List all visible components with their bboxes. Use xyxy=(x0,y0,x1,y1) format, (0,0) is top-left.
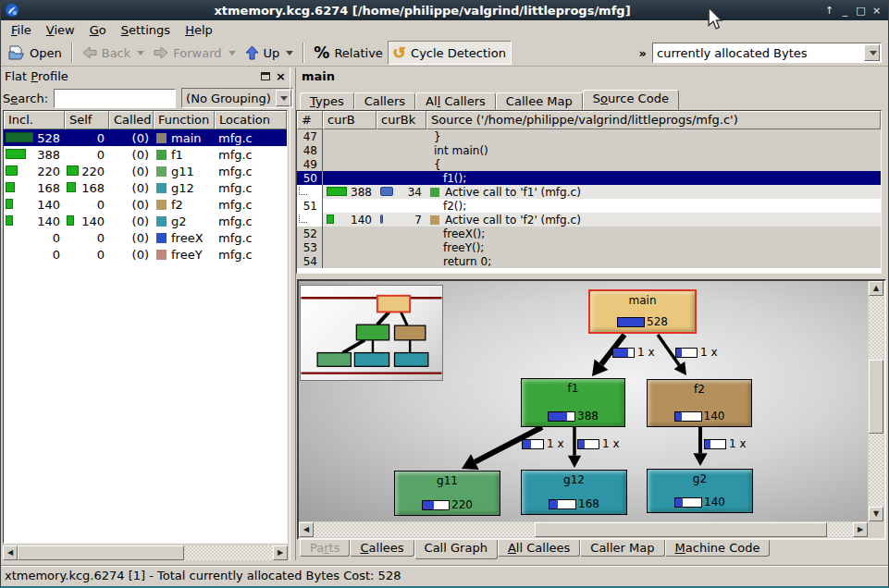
graph-node-f2[interactable]: f2140 xyxy=(647,379,752,427)
scrollbar-thumb[interactable] xyxy=(869,360,883,434)
column-header-function[interactable]: Function xyxy=(154,111,215,129)
close-button[interactable]: × xyxy=(869,3,884,18)
keep-above-button[interactable]: ↑ xyxy=(821,3,837,18)
search-input[interactable] xyxy=(54,89,176,108)
event-type-combo[interactable]: currently allocated Bytes xyxy=(652,43,882,63)
panel-splitter[interactable] xyxy=(290,67,296,560)
source-column-header[interactable]: # xyxy=(297,111,323,129)
graph-hscrollbar[interactable]: ◀ ▶ xyxy=(299,521,868,538)
source-row-47[interactable]: 47} xyxy=(297,129,881,143)
dock-title-bar[interactable]: Flat Profile × xyxy=(3,67,290,84)
source-row-48[interactable]: 48int main() xyxy=(297,143,881,157)
table-row-freeX[interactable]: 00(0)freeXmfg.c xyxy=(4,229,287,246)
graph-node-main[interactable]: main528 xyxy=(588,289,697,334)
called-cell: (0) xyxy=(109,146,154,163)
tab-all-callees[interactable]: All Callees xyxy=(498,540,580,557)
tab-call-graph[interactable]: Call Graph xyxy=(414,540,498,559)
source-text-cell: return 0; xyxy=(426,255,881,268)
table-row-g12[interactable]: 168168(0)g12mfg.c xyxy=(4,179,287,196)
source-code-text: return 0; xyxy=(426,255,491,268)
back-dropdown-caret[interactable] xyxy=(137,51,144,55)
tab-caller-map[interactable]: Caller Map xyxy=(580,540,664,557)
table-row-main[interactable]: 5280(0)mainmfg.c xyxy=(4,129,287,146)
tab-machine-code[interactable]: Machine Code xyxy=(665,540,771,557)
graph-vscrollbar[interactable]: ▲ ▼ xyxy=(868,281,884,521)
back-button[interactable]: Back xyxy=(78,41,150,65)
grouping-combo[interactable]: (No Grouping) xyxy=(181,88,293,108)
function-cell: freeX xyxy=(154,229,215,246)
graph-node-g12[interactable]: g12168 xyxy=(521,470,627,515)
scroll-up-icon[interactable]: ▲ xyxy=(869,281,883,296)
open-button[interactable]: Open xyxy=(4,41,67,65)
incl-cell: 388 xyxy=(4,146,65,163)
forward-dropdown-caret[interactable] xyxy=(228,51,236,55)
tab-all-callers[interactable]: All Callers xyxy=(415,92,496,110)
source-row-53[interactable]: 53freeY(); xyxy=(297,240,881,254)
tab-callees[interactable]: Callees xyxy=(350,540,414,557)
flat-profile-hscrollbar[interactable]: ◀ ▶ xyxy=(3,545,288,560)
tab-callee-map[interactable]: Callee Map xyxy=(496,92,583,110)
incl-bar xyxy=(6,199,13,209)
source-row-call[interactable]: 38834Active call to 'f1' (mfg.c) xyxy=(297,185,881,199)
source-row-50[interactable]: 50f1(); xyxy=(297,171,881,185)
dock-close-icon[interactable]: × xyxy=(276,69,286,83)
called-cell: (0) xyxy=(109,213,154,229)
column-header-self[interactable]: Self xyxy=(65,111,109,129)
search-label: Search: xyxy=(3,92,48,105)
cycle-detection-button[interactable]: ↺ Cycle Detection xyxy=(388,41,512,65)
up-button[interactable]: Up xyxy=(241,41,299,65)
scrollbar-thumb[interactable] xyxy=(18,545,184,560)
menu-file[interactable]: File xyxy=(4,21,39,39)
source-row-54[interactable]: 54return 0; xyxy=(297,254,881,268)
scroll-left-icon[interactable]: ◀ xyxy=(3,545,18,560)
float-dock-icon[interactable] xyxy=(261,72,270,80)
source-column-header[interactable]: curB xyxy=(323,111,377,129)
toolbar-overflow-chevron[interactable]: » xyxy=(639,46,647,60)
column-header-called[interactable]: Called xyxy=(109,111,154,129)
column-header-incl[interactable]: Incl. xyxy=(4,111,65,129)
up-dropdown-caret[interactable] xyxy=(286,51,293,55)
forward-button[interactable]: Forward xyxy=(149,41,240,65)
tab-source-code[interactable]: Source Code xyxy=(583,90,679,110)
scroll-right-icon[interactable]: ▶ xyxy=(273,545,288,560)
table-row-freeY[interactable]: 00(0)freeYmfg.c xyxy=(4,246,287,263)
source-row-52[interactable]: 52freeX(); xyxy=(297,227,881,240)
table-row-f1[interactable]: 3880(0)f1mfg.c xyxy=(4,146,287,163)
table-row-g11[interactable]: 220220(0)g11mfg.c xyxy=(4,163,287,179)
tab-types[interactable]: Types xyxy=(300,92,354,110)
scroll-right-icon[interactable]: ▶ xyxy=(853,522,868,537)
menu-help[interactable]: Help xyxy=(178,21,220,39)
function-color-icon xyxy=(156,133,167,143)
tab-callers[interactable]: Callers xyxy=(354,92,415,110)
location-cell: mfg.c xyxy=(215,196,287,213)
call-cost-meter xyxy=(675,348,698,358)
column-header-location[interactable]: Location xyxy=(215,111,287,129)
scrollbar-thumb[interactable] xyxy=(535,522,827,537)
source-row-49[interactable]: 49{ xyxy=(297,157,881,171)
edge-call-count-main-f2: 1 x xyxy=(675,346,718,359)
scroll-left-icon[interactable]: ◀ xyxy=(299,522,314,537)
minimize-button[interactable]: _ xyxy=(837,3,853,18)
maximize-button[interactable]: □ xyxy=(853,3,869,18)
call-graph-viewport[interactable]: 1 x1 x1 x1 x1 xmain528f1388f2140g11220g1… xyxy=(299,281,868,521)
source-row-call[interactable]: 1407Active call to 'f2' (mfg.c) xyxy=(297,213,881,227)
menu-view[interactable]: View xyxy=(39,21,82,39)
source-row-51[interactable]: 51f2(); xyxy=(297,199,881,213)
table-row-f2[interactable]: 1400(0)f2mfg.c xyxy=(4,196,287,213)
function-color-icon xyxy=(156,216,167,227)
call-graph-overview-map[interactable] xyxy=(300,285,443,381)
graph-node-g2[interactable]: g2140 xyxy=(647,469,753,513)
table-row-g2[interactable]: 140140(0)g2mfg.c xyxy=(4,213,287,229)
graph-node-f1[interactable]: f1388 xyxy=(521,378,625,427)
source-column-header[interactable]: Source ('/home/philippe/valgrind/littlep… xyxy=(426,111,881,129)
graph-node-g11[interactable]: g11220 xyxy=(394,471,500,516)
source-column-header[interactable]: curBk xyxy=(377,111,426,129)
self-bar xyxy=(67,215,74,226)
menu-go[interactable]: Go xyxy=(82,21,114,39)
relative-toggle-button[interactable]: % Relative xyxy=(309,41,387,65)
self-cell: 0 xyxy=(65,246,109,263)
combo-arrow-button[interactable] xyxy=(864,44,880,61)
menu-settings[interactable]: Settings xyxy=(114,21,178,39)
title-bar[interactable]: xtmemory.kcg.6274 [/home/philippe/valgri… xyxy=(1,0,888,20)
scroll-down-icon[interactable]: ▼ xyxy=(869,507,883,521)
